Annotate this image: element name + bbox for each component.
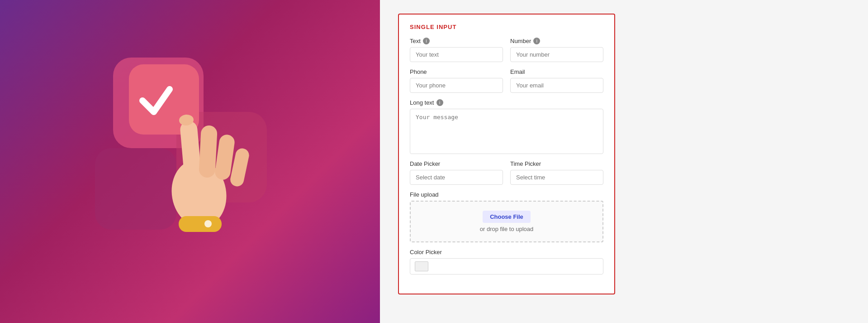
section-title: SINGLE INPUT [410, 24, 603, 30]
timepicker-input[interactable] [510, 170, 603, 185]
longtext-group: Long text i [410, 99, 603, 154]
number-info-icon: i [533, 38, 540, 44]
colorpicker-label: Color Picker [410, 249, 603, 256]
text-number-row: Text i Number i [410, 38, 603, 62]
phone-email-row: Phone Email [410, 68, 603, 93]
email-label: Email [510, 68, 603, 75]
svg-rect-2 [95, 148, 176, 230]
phone-label: Phone [410, 68, 503, 75]
phone-input[interactable] [410, 78, 503, 93]
text-info-icon: i [423, 38, 430, 44]
colorpicker-row: Color Picker [410, 249, 603, 275]
colorpicker-group: Color Picker [410, 249, 603, 275]
color-picker-container [410, 258, 603, 275]
email-input[interactable] [510, 78, 603, 93]
longtext-row: Long text i [410, 99, 603, 154]
text-group: Text i [410, 38, 503, 62]
longtext-textarea[interactable] [410, 109, 603, 154]
number-input[interactable] [510, 47, 603, 62]
longtext-label: Long text i [410, 99, 603, 106]
illustration-svg [59, 30, 321, 293]
phone-group: Phone [410, 68, 503, 93]
timepicker-label: Time Picker [510, 160, 603, 167]
fileupload-label: File upload [410, 191, 603, 198]
text-input[interactable] [410, 47, 503, 62]
number-label: Number i [510, 38, 603, 44]
email-group: Email [510, 68, 603, 93]
illustration-panel [0, 0, 380, 323]
fileupload-row: File upload Choose File or drop file to … [410, 191, 603, 242]
date-time-row: Date Picker Time Picker [410, 160, 603, 185]
number-group: Number i [510, 38, 603, 62]
file-upload-dropzone[interactable]: Choose File or drop file to upload [410, 201, 603, 242]
fileupload-group: File upload Choose File or drop file to … [410, 191, 603, 242]
svg-point-10 [204, 220, 212, 227]
drop-text: or drop file to upload [480, 226, 534, 232]
longtext-info-icon: i [436, 99, 443, 106]
datepicker-group: Date Picker [410, 160, 503, 185]
form-panel: SINGLE INPUT Text i Number i Phone [380, 0, 868, 323]
form-card: SINGLE INPUT Text i Number i Phone [398, 14, 615, 294]
datepicker-input[interactable] [410, 170, 503, 185]
color-swatch[interactable] [415, 261, 428, 271]
text-label: Text i [410, 38, 503, 44]
timepicker-group: Time Picker [510, 160, 603, 185]
svg-rect-9 [179, 216, 222, 232]
choose-file-button[interactable]: Choose File [483, 211, 531, 223]
svg-rect-6 [199, 125, 218, 178]
datepicker-label: Date Picker [410, 160, 503, 167]
